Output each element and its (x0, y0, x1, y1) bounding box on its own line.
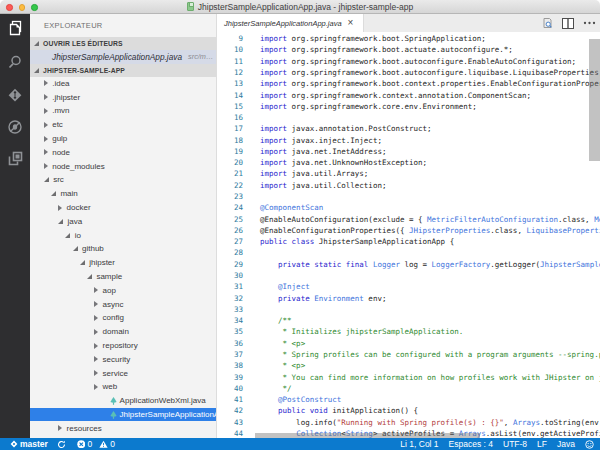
code-line-25: 25@EnableAutoConfiguration(exclude = { M… (218, 213, 600, 224)
tree-folder-config[interactable]: config (30, 311, 216, 325)
code-editor[interactable]: 44 Collection<String> activeProfiles = A… (218, 32, 600, 438)
debug-icon[interactable] (0, 112, 30, 142)
twistie-collapsed-icon (58, 425, 62, 431)
code-text: import org.springframework.boot.actuate.… (260, 45, 513, 54)
line-number: 22 (218, 181, 243, 190)
tree-item-label: github (82, 244, 104, 253)
explorer-icon[interactable] (0, 13, 30, 43)
code-text: @EnableConfigurationProperties({ JHipste… (260, 226, 600, 235)
tree-file-ApplicationWebXml.java[interactable]: ApplicationWebXml.java (30, 394, 216, 408)
tree-item-label: io (75, 231, 81, 240)
tree-folder-java[interactable]: java (30, 214, 216, 228)
open-editor-item[interactable]: JhipsterSampleApplicationApp.java src/m… (30, 50, 216, 64)
sync-icon[interactable] (57, 440, 66, 449)
folder-section-header[interactable]: JHIPSTER-SAMPLE-APP (30, 64, 216, 77)
tree-folder-web[interactable]: web (30, 380, 216, 394)
tree-folder-service[interactable]: service (30, 366, 216, 380)
twistie-collapsed-icon (94, 343, 98, 349)
tree-folder-src[interactable]: src (30, 173, 216, 187)
open-preview-icon[interactable] (541, 17, 553, 29)
tree-folder-docker[interactable]: docker (30, 201, 216, 215)
open-editors-header[interactable]: OUVRIR LES ÉDITEURS (30, 37, 216, 50)
line-number: 16 (218, 113, 243, 122)
cursor-position[interactable]: Li 1, Col 1 (400, 439, 438, 449)
tree-folder-.jhipster[interactable]: .jhipster (30, 90, 216, 104)
tree-folder-etc[interactable]: etc (30, 118, 216, 132)
tree-folder-jhipster[interactable]: jhipster (30, 256, 216, 270)
error-icon (77, 440, 86, 449)
code-text: @EnableAutoConfiguration(exclude = { Met… (260, 215, 600, 224)
line-number: 27 (218, 237, 243, 246)
tab-close-icon[interactable]: × (348, 19, 354, 27)
git-branch-icon (10, 440, 18, 449)
window-title: JhipsterSampleApplicationApp.java - jhip… (198, 2, 413, 12)
code-line-23: 23 (218, 191, 600, 202)
eol-setting[interactable]: LF (537, 439, 547, 449)
more-actions-icon[interactable] (583, 21, 596, 25)
tree-item-label: .jhipster (52, 93, 80, 102)
extensions-icon[interactable] (0, 144, 30, 174)
tree-folder-domain[interactable]: domain (30, 325, 216, 339)
code-line-27: 27public class JhipsterSampleApplication… (218, 236, 600, 247)
code-line-11: 11import org.springframework.boot.autoco… (218, 56, 600, 67)
code-text: import java.util.Collection; (260, 181, 386, 190)
code-line-43: 43 log.info("Running with Spring profile… (218, 417, 600, 428)
git-branch-indicator[interactable]: master (10, 439, 48, 449)
line-number: 33 (218, 305, 243, 314)
tree-folder-github[interactable]: github (30, 242, 216, 256)
encoding[interactable]: UTF-8 (503, 439, 527, 449)
code-line-19: 19import java.net.InetAddress; (218, 146, 600, 157)
twistie-collapsed-icon (44, 94, 48, 100)
tab-bar: JhipsterSampleApplicationApp.java × (218, 14, 600, 32)
tree-folder-repository[interactable]: repository (30, 339, 216, 353)
language-mode[interactable]: Java (557, 439, 575, 449)
code-text: private Environment env; (260, 294, 386, 303)
tree-folder-io[interactable]: io (30, 228, 216, 242)
code-text: private static final Logger log = Logger… (260, 260, 600, 269)
search-icon[interactable] (0, 47, 30, 77)
tree-folder-async[interactable]: async (30, 297, 216, 311)
tree-folder-.idea[interactable]: .idea (30, 77, 216, 91)
tree-folder-node_modules[interactable]: node_modules (30, 159, 216, 173)
tree-folder-sample[interactable]: sample (30, 270, 216, 284)
line-number: 26 (218, 226, 243, 235)
split-editor-icon[interactable] (562, 18, 574, 29)
tree-folder-gulp[interactable]: gulp (30, 132, 216, 146)
tree-folder-security[interactable]: security (30, 352, 216, 366)
twistie-collapsed-icon (94, 301, 98, 307)
line-number: 14 (218, 91, 243, 100)
code-line-16: 16 (218, 112, 600, 123)
line-number: 36 (218, 339, 243, 348)
tree-file-JhipsterSampleApplicationApp.java[interactable]: JhipsterSampleApplicationApp.java (30, 408, 216, 422)
twistie-collapsed-icon (94, 356, 98, 362)
line-number: 18 (218, 136, 243, 145)
code-text: public void initApplication() { (260, 406, 418, 415)
code-line-39: 39 * You can find more information on ho… (218, 371, 600, 382)
code-line-31: 31 @Inject (218, 281, 600, 292)
tab-active[interactable]: JhipsterSampleApplicationApp.java × (218, 14, 364, 32)
line-number: 29 (218, 260, 243, 269)
feedback-smiley-icon[interactable] (585, 440, 594, 449)
source-control-icon[interactable] (0, 80, 30, 110)
line-number: 23 (218, 192, 243, 201)
code-line-10: 10import org.springframework.boot.actuat… (218, 44, 600, 55)
code-text: * Initializes jhipsterSampleApplication. (260, 327, 463, 336)
line-number: 13 (218, 79, 243, 88)
line-number: 39 (218, 373, 243, 382)
warnings-indicator[interactable]: 0 (99, 439, 115, 449)
tree-folder-.mvn[interactable]: .mvn (30, 104, 216, 118)
tab-label: JhipsterSampleApplicationApp.java (224, 19, 342, 28)
tree-folder-aop[interactable]: aop (30, 283, 216, 297)
code-text: * You can find more information on how p… (260, 373, 600, 382)
errors-indicator[interactable]: 0 (77, 439, 92, 449)
tree-folder-main[interactable]: main (30, 187, 216, 201)
section-expanded-icon (34, 41, 39, 46)
twistie-collapsed-icon (94, 384, 98, 390)
twistie-expanded-icon (44, 177, 49, 182)
line-number: 11 (218, 57, 243, 66)
code-line-18: 18import javax.inject.Inject; (218, 135, 600, 146)
indentation-setting[interactable]: Espaces : 4 (449, 439, 493, 449)
tree-folder-node[interactable]: node (30, 145, 216, 159)
tree-folder-resources[interactable]: resources (30, 421, 216, 435)
vertical-scrollbar[interactable] (589, 39, 600, 161)
